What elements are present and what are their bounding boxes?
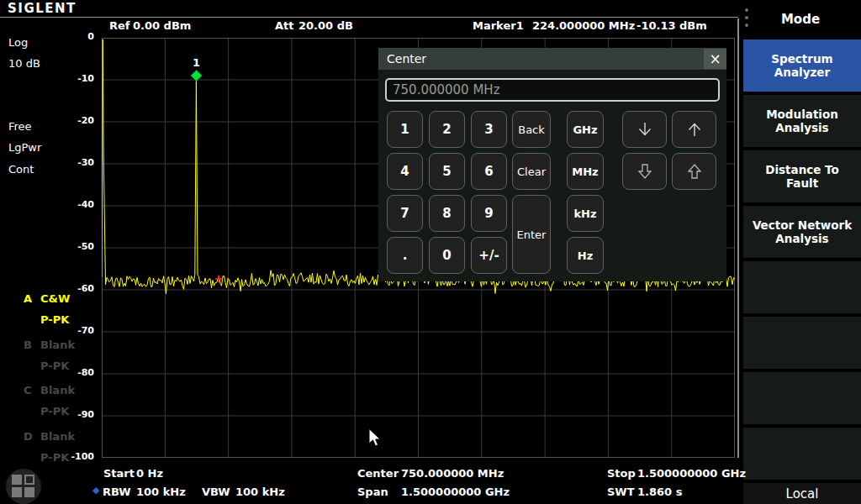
y-axis-tick: -100 <box>71 451 94 462</box>
page-up-button[interactable] <box>672 153 716 190</box>
sidebar-item-distance-to-fault[interactable]: Distance To Fault <box>743 150 861 202</box>
keypad-8-button[interactable]: 8 <box>429 195 465 232</box>
page-down-button[interactable] <box>622 153 667 190</box>
mode-sidebar: Mode Spectrum AnalyzerModulation Analysi… <box>740 0 861 504</box>
power-mode: LgPwr <box>8 141 41 154</box>
center-freq-value: 750.000000 MHz <box>401 467 504 480</box>
mode-menu-header[interactable]: Mode <box>740 0 861 39</box>
sidebar-item-spectrum-analyzer[interactable]: Spectrum Analyzer <box>743 39 861 92</box>
amplitude-scale-type: Log <box>8 36 28 49</box>
keypad-6-button[interactable]: 6 <box>471 153 507 190</box>
y-axis-tick: -30 <box>77 157 94 168</box>
header-divider <box>0 17 738 18</box>
drag-handle-icon[interactable] <box>745 8 748 27</box>
local-button[interactable]: Local <box>743 483 861 504</box>
mode-button-list: Spectrum AnalyzerModulation AnalysisDist… <box>743 39 861 480</box>
span-label: Span <box>357 486 388 498</box>
vbw-label: VBW <box>202 486 230 498</box>
unit-hz-button[interactable]: Hz <box>567 237 604 274</box>
start-freq-label: Start <box>103 467 135 480</box>
svg-text:1: 1 <box>193 56 200 69</box>
sidebar-item-modulation-analysis[interactable]: Modulation Analysis <box>743 95 861 147</box>
siglent-logo: SIGLENT <box>8 1 77 16</box>
stop-freq-label: Stop <box>607 467 636 480</box>
local-button-label: Local <box>786 486 819 501</box>
rbw-coupled-icon: ◆ <box>92 485 99 496</box>
keypad-2-button[interactable]: 2 <box>429 111 465 148</box>
dialog-title: Center <box>387 52 426 66</box>
center-frequency-dialog: Center × 1 2 3 Back GHz 4 5 6 Clear MHz … <box>378 48 726 281</box>
unit-ghz-button[interactable]: GHz <box>567 111 604 148</box>
sidebar-item-label: Vector Network Analysis <box>750 218 854 245</box>
marker-readout-label: Marker1 <box>473 19 524 32</box>
clear-button[interactable]: Clear <box>512 153 551 190</box>
stop-freq-value: 1.500000000 GHz <box>637 467 746 480</box>
keypad-0-button[interactable]: 0 <box>429 237 465 274</box>
hollow-arrow-up-icon <box>684 161 705 181</box>
keypad-9-button[interactable]: 9 <box>471 195 507 232</box>
keypad-5-button[interactable]: 5 <box>429 153 465 190</box>
rbw-value: 100 kHz <box>136 486 186 498</box>
rbw-label: RBW <box>103 486 131 498</box>
scale-per-division: 10 dB <box>8 57 40 70</box>
swt-label: SWT <box>607 486 635 498</box>
y-axis-tick: 0 <box>87 31 94 42</box>
swt-value: 1.860 s <box>637 486 682 498</box>
marker-frequency-value: 224.000000 MHz <box>532 19 635 32</box>
sidebar-item-empty-7[interactable] <box>743 372 861 424</box>
sweep-mode: Cont <box>8 163 34 176</box>
plus-minus-button[interactable]: +/- <box>471 237 507 274</box>
close-icon[interactable]: × <box>704 49 726 69</box>
marker-amplitude-value: -10.13 dBm <box>637 19 707 32</box>
y-axis-tick: -40 <box>77 199 94 210</box>
keypad-7-button[interactable]: 7 <box>387 195 423 232</box>
trigger-mode: Free <box>8 120 32 133</box>
y-axis-tick: -90 <box>77 409 94 420</box>
sidebar-item-label: Modulation Analysis <box>750 108 854 134</box>
start-freq-value: 0 Hz <box>136 467 163 480</box>
keypad-4-button[interactable]: 4 <box>387 153 423 190</box>
backspace-button[interactable]: Back <box>512 111 551 148</box>
sidebar-item-empty-5[interactable] <box>743 261 861 313</box>
y-axis: 0-10-20-30-40-50-60-70-80-90-100 <box>59 38 98 458</box>
vbw-value: 100 kHz <box>235 486 285 498</box>
unit-mhz-button[interactable]: MHz <box>567 153 604 190</box>
hollow-arrow-down-icon <box>635 161 655 181</box>
arrow-down-icon <box>635 119 655 139</box>
y-axis-tick: -10 <box>77 73 94 84</box>
y-axis-tick: -60 <box>77 283 94 294</box>
sidebar-item-empty-8[interactable] <box>743 428 861 480</box>
dialog-title-bar[interactable]: Center × <box>378 48 726 70</box>
sidebar-item-label: Distance To Fault <box>750 163 854 190</box>
step-down-button[interactable] <box>622 111 667 148</box>
mode-menu-title: Mode <box>781 12 820 27</box>
center-freq-label: Center <box>357 467 399 480</box>
attenuation-label: Att <box>275 19 294 32</box>
home-menu-button[interactable] <box>6 469 41 504</box>
frequency-input[interactable] <box>385 78 720 102</box>
mouse-cursor <box>368 428 383 449</box>
ref-level-label: Ref <box>109 19 129 32</box>
ref-level-value: 0.00 dBm <box>133 19 191 32</box>
unit-khz-button[interactable]: kHz <box>567 195 604 232</box>
step-up-button[interactable] <box>672 111 716 148</box>
enter-button[interactable]: Enter <box>512 195 551 274</box>
keypad-1-button[interactable]: 1 <box>387 111 423 148</box>
y-axis-tick: -50 <box>77 241 94 252</box>
grid-icon <box>12 475 34 497</box>
y-axis-tick: -70 <box>77 325 94 336</box>
arrow-up-icon <box>684 119 705 139</box>
sidebar-item-vector-network-analysis[interactable]: Vector Network Analysis <box>743 206 861 258</box>
span-value: 1.500000000 GHz <box>401 486 510 498</box>
y-axis-tick: -80 <box>77 367 94 378</box>
y-axis-tick: -20 <box>77 115 94 126</box>
sidebar-item-empty-6[interactable] <box>743 317 861 369</box>
keypad-dot-button[interactable]: . <box>387 237 423 274</box>
sidebar-divider <box>737 18 739 458</box>
spectrum-analyzer-screen: SIGLENT Ref 0.00 dBm Att 20.00 dB Marker… <box>0 0 861 504</box>
attenuation-value: 20.00 dB <box>298 19 353 32</box>
sidebar-item-label: Spectrum Analyzer <box>750 52 854 79</box>
keypad-3-button[interactable]: 3 <box>471 111 507 148</box>
